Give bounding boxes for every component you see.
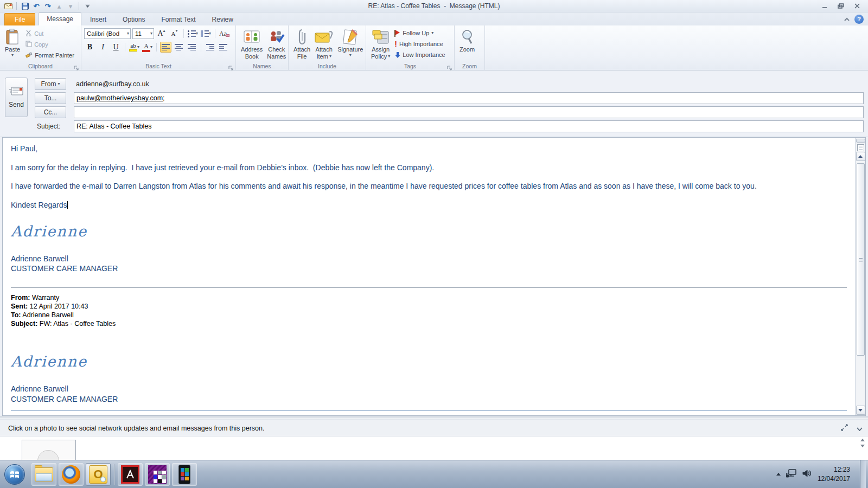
tab-file[interactable]: File bbox=[4, 13, 35, 25]
show-desktop-button[interactable] bbox=[860, 460, 866, 488]
to-button[interactable]: To... bbox=[35, 92, 66, 104]
basic-text-dialog-launcher-icon[interactable] bbox=[228, 63, 234, 69]
split-handle[interactable] bbox=[856, 139, 865, 143]
undo-icon[interactable]: ↶ bbox=[31, 2, 41, 11]
to-field[interactable]: paulw@motheriveysbay.com; bbox=[74, 92, 864, 104]
cc-button[interactable]: Cc... bbox=[35, 106, 66, 118]
font-name-value: Calibri (Bod bbox=[87, 30, 119, 37]
low-importance-button[interactable]: Low Importance bbox=[393, 49, 446, 60]
cc-field[interactable] bbox=[74, 106, 864, 118]
clear-formatting-button[interactable]: Aa bbox=[219, 28, 230, 39]
high-importance-icon: ! bbox=[394, 40, 397, 48]
tab-message[interactable]: Message bbox=[39, 12, 81, 25]
help-icon[interactable]: ? bbox=[854, 15, 864, 24]
subject-field[interactable]: RE: Atlas - Coffee Tables bbox=[74, 120, 864, 132]
italic-button[interactable]: I bbox=[97, 42, 108, 53]
restore-button[interactable] bbox=[833, 2, 848, 11]
group-tags: Assign Policy▾ Follow Up ▾ ! High Import… bbox=[366, 25, 455, 70]
people-scroll-up-icon[interactable] bbox=[860, 439, 865, 441]
attach-item-button[interactable]: Attach Item▾ bbox=[312, 27, 335, 61]
taskbar-acrobat-button[interactable] bbox=[118, 463, 143, 486]
font-color-button[interactable]: A ▾ bbox=[142, 42, 153, 53]
taskbar-explorer-button[interactable] bbox=[31, 463, 56, 486]
attach-file-button[interactable]: Attach File bbox=[291, 27, 312, 61]
customize-qat-icon[interactable] bbox=[82, 2, 92, 11]
volume-icon[interactable] bbox=[802, 469, 812, 480]
address-book-label-2: Book bbox=[245, 53, 259, 60]
clipboard-dialog-launcher-icon[interactable] bbox=[74, 63, 79, 69]
message-body[interactable]: Hi Paul, I am sorry for the delay in rep… bbox=[2, 137, 866, 416]
taskbar-outlook-button[interactable]: O bbox=[86, 463, 111, 486]
text-highlight-button[interactable]: ab ▾ bbox=[129, 42, 140, 53]
group-clipboard-label: Clipboard bbox=[0, 63, 81, 69]
grow-font-button[interactable]: A▴ bbox=[156, 28, 167, 39]
align-left-button[interactable] bbox=[160, 42, 171, 53]
minimize-button[interactable] bbox=[817, 2, 832, 11]
show-hidden-icons-button[interactable] bbox=[776, 473, 781, 476]
assign-policy-button[interactable]: Assign Policy▾ bbox=[369, 27, 392, 61]
bold-button[interactable]: B bbox=[84, 42, 95, 53]
underline-button[interactable]: U bbox=[110, 42, 122, 53]
scrollbar-thumb[interactable] bbox=[857, 163, 865, 356]
windows-flag-icon bbox=[10, 470, 20, 479]
system-tray: 12:23 12/04/2017 bbox=[776, 460, 868, 488]
font-size-combo[interactable]: 11 ▾ bbox=[132, 28, 154, 39]
numbering-button[interactable]: ▾ bbox=[200, 28, 212, 39]
signature-label: Signature bbox=[337, 46, 363, 53]
separator bbox=[183, 29, 184, 38]
increase-indent-button[interactable] bbox=[218, 42, 229, 53]
to-recipient[interactable]: paulw@motheriveysbay.com bbox=[76, 94, 163, 102]
people-scroll-down-icon[interactable] bbox=[860, 445, 865, 447]
from-button[interactable]: From ▾ bbox=[35, 78, 66, 90]
people-pane: Click on a photo to see social network u… bbox=[0, 416, 868, 460]
taskbar-phone-button[interactable] bbox=[172, 463, 197, 486]
bullets-button[interactable]: ▾ bbox=[187, 28, 199, 39]
follow-up-button[interactable]: Follow Up ▾ bbox=[393, 28, 446, 38]
high-importance-button[interactable]: ! High Importance bbox=[393, 38, 446, 49]
font-name-combo[interactable]: Calibri (Bod ▾ bbox=[84, 28, 131, 39]
tab-options[interactable]: Options bbox=[115, 14, 152, 25]
ribbon: Paste ▾ Cut Copy Format Painter Clipboar… bbox=[0, 25, 868, 70]
tab-review[interactable]: Review bbox=[205, 14, 241, 25]
quoted-to-label: To: bbox=[11, 311, 21, 319]
ruler-toggle-icon[interactable] bbox=[857, 144, 864, 151]
check-names-button[interactable]: Check Names bbox=[265, 27, 288, 61]
people-pane-scrollbar[interactable] bbox=[858, 439, 867, 447]
decrease-indent-button[interactable] bbox=[205, 42, 216, 53]
people-pane-splitter[interactable] bbox=[0, 416, 868, 420]
shrink-font-button[interactable]: A▾ bbox=[169, 28, 180, 39]
scroll-down-button[interactable] bbox=[856, 406, 865, 415]
start-button[interactable] bbox=[4, 464, 25, 485]
tab-format-text[interactable]: Format Text bbox=[154, 14, 203, 25]
group-tags-label: Tags bbox=[366, 63, 454, 69]
grow-font-icon: A bbox=[157, 30, 163, 37]
address-book-button[interactable]: Address Book bbox=[239, 27, 265, 61]
cc-label: Cc... bbox=[44, 108, 58, 116]
taskbar-clock[interactable]: 12:23 12/04/2017 bbox=[818, 465, 854, 483]
taskbar-firefox-button[interactable] bbox=[59, 463, 84, 486]
quoted-sent: Sent: 12 April 2017 10:43 bbox=[11, 302, 847, 311]
tags-dialog-launcher-icon[interactable] bbox=[447, 63, 452, 69]
signature-role-2: CUSTOMER CARE MANAGER bbox=[11, 394, 847, 404]
send-button[interactable]: Send bbox=[5, 78, 28, 117]
network-icon[interactable] bbox=[786, 468, 797, 480]
zoom-button[interactable]: Zoom bbox=[457, 27, 477, 54]
vertical-scrollbar[interactable] bbox=[855, 138, 865, 415]
close-button[interactable] bbox=[850, 2, 865, 11]
scroll-up-button[interactable] bbox=[856, 152, 865, 161]
tab-insert[interactable]: Insert bbox=[82, 14, 114, 25]
signature-role: CUSTOMER CARE MANAGER bbox=[11, 264, 847, 273]
format-painter-button[interactable]: Format Painter bbox=[24, 50, 75, 61]
align-center-button[interactable] bbox=[173, 42, 184, 53]
body-paragraph: I am sorry for the delay in replying. I … bbox=[11, 163, 847, 173]
taskbar-gridapp-button[interactable] bbox=[145, 463, 170, 486]
collapse-ribbon-icon[interactable] bbox=[844, 14, 850, 24]
paste-button[interactable]: Paste ▾ bbox=[3, 27, 22, 59]
redo-icon[interactable]: ↷ bbox=[43, 2, 53, 11]
signature-button[interactable]: Signature ▾ bbox=[335, 27, 365, 59]
contact-photo[interactable] bbox=[22, 440, 76, 460]
align-right-button[interactable] bbox=[186, 42, 197, 53]
people-pane-chevron-icon[interactable] bbox=[857, 423, 863, 433]
expand-people-pane-icon[interactable] bbox=[841, 423, 848, 433]
save-icon[interactable] bbox=[20, 2, 30, 11]
